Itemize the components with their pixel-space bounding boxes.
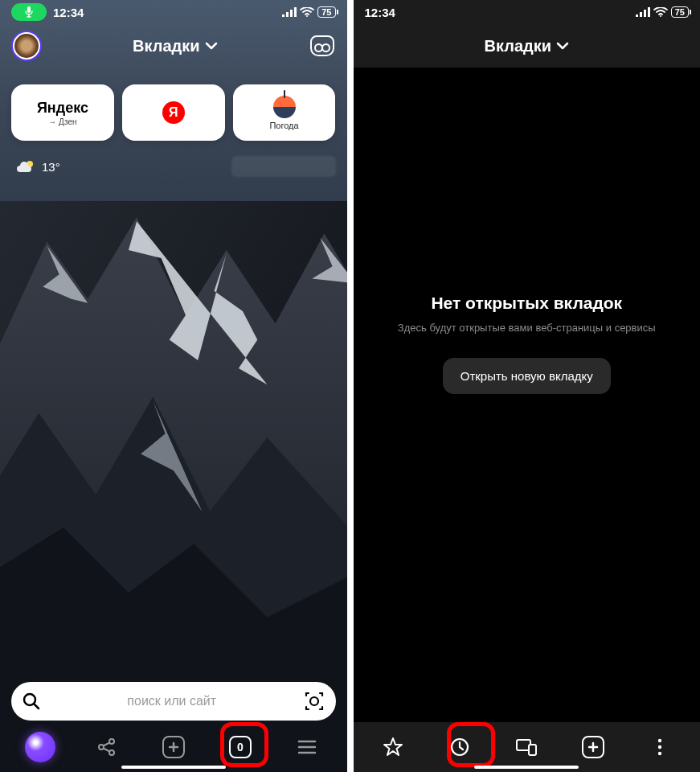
status-time: 12:34	[365, 6, 395, 19]
menu-icon	[297, 740, 317, 754]
search-icon	[23, 692, 40, 710]
svg-point-12	[109, 739, 114, 744]
svg-line-9	[35, 704, 39, 709]
svg-rect-4	[290, 10, 293, 17]
svg-rect-3	[286, 12, 289, 17]
avatar[interactable]	[13, 32, 40, 60]
camera-icon[interactable]	[304, 691, 325, 712]
weather-widget[interactable]: 13°	[16, 159, 60, 174]
new-tab-button[interactable]	[156, 729, 191, 765]
tile-weather[interactable]: Погода	[233, 84, 336, 141]
quick-tiles: Яндекс → Дзен Я Погода	[11, 84, 336, 141]
header: Вкладки	[0, 24, 347, 68]
svg-line-15	[103, 749, 109, 752]
battery-icon: 75	[317, 6, 335, 18]
svg-point-11	[99, 745, 104, 749]
plus-square-icon	[162, 736, 185, 758]
header: Вкладки	[354, 24, 701, 68]
share-button[interactable]	[89, 729, 125, 765]
svg-point-10	[310, 697, 318, 705]
status-bar: 12:34 75	[0, 0, 347, 24]
open-new-tab-button[interactable]: Открыть новую вкладку	[443, 358, 611, 394]
svg-point-33	[658, 752, 661, 755]
status-icons: 75	[282, 6, 335, 18]
history-button[interactable]	[442, 729, 477, 765]
battery-icon: 75	[671, 6, 689, 18]
svg-rect-2	[282, 14, 285, 17]
bottom-toolbar: 0	[0, 722, 347, 772]
svg-point-6	[306, 15, 308, 17]
alice-orb-icon	[25, 732, 55, 762]
tabs-dropdown[interactable]: Вкладки	[394, 37, 661, 55]
incognito-icon[interactable]	[310, 35, 334, 56]
browser-home-screen: 12:34 75 Вкладки Яндекс → Дзен Я Погода …	[0, 0, 347, 772]
svg-rect-5	[294, 7, 297, 17]
tile-yandex-zen[interactable]: Яндекс → Дзен	[11, 84, 114, 141]
header-title-text: Вкладки	[133, 37, 200, 55]
devices-icon	[515, 737, 538, 757]
home-indicator	[474, 766, 579, 769]
svg-rect-22	[640, 12, 642, 17]
chevron-down-icon	[556, 42, 569, 50]
status-time: 12:34	[53, 6, 84, 19]
empty-title: Нет открытых вкладок	[378, 294, 677, 313]
signal-icon	[636, 7, 650, 17]
more-button[interactable]	[642, 729, 677, 765]
home-indicator	[121, 766, 226, 769]
svg-rect-1	[27, 6, 31, 13]
tab-count-badge: 0	[229, 736, 252, 758]
wifi-icon	[300, 7, 314, 17]
empty-subtitle: Здесь будут открытые вами веб-страницы и…	[378, 321, 677, 335]
alice-button[interactable]	[23, 729, 58, 765]
search-placeholder: поиск или сайт	[40, 694, 304, 708]
svg-rect-24	[648, 7, 650, 17]
tile-sublabel: → Дзен	[48, 117, 76, 126]
header-title-text: Вкладки	[484, 37, 551, 55]
empty-tabs-state: Нет открытых вкладок Здесь будут открыты…	[354, 294, 701, 394]
tabs-button[interactable]: 0	[223, 729, 258, 765]
tile-label: Яндекс	[37, 100, 88, 117]
signal-icon	[282, 7, 297, 17]
tile-yandex[interactable]: Я	[122, 84, 225, 141]
search-bar[interactable]: поиск или сайт	[11, 682, 336, 721]
status-icons: 75	[636, 6, 689, 18]
menu-button[interactable]	[289, 729, 325, 765]
svg-point-32	[658, 745, 661, 749]
svg-rect-28	[529, 745, 536, 755]
weather-temp: 13°	[42, 160, 60, 174]
tile-sublabel: Погода	[269, 121, 298, 130]
wifi-icon	[653, 7, 668, 17]
star-icon	[383, 737, 403, 758]
svg-point-25	[660, 15, 661, 17]
blurred-content	[231, 156, 336, 177]
clock-icon	[449, 737, 470, 758]
svg-rect-21	[636, 14, 638, 17]
status-bar: 12:34 75	[354, 0, 701, 24]
plus-square-icon	[582, 736, 604, 758]
yandex-logo-icon: Я	[162, 101, 185, 124]
bottom-toolbar	[354, 722, 701, 772]
svg-point-31	[658, 739, 661, 742]
mic-active-pill[interactable]	[11, 3, 47, 21]
umbrella-icon	[273, 96, 296, 118]
bookmarks-button[interactable]	[375, 729, 411, 765]
share-icon	[96, 737, 117, 758]
more-vertical-icon	[657, 738, 662, 756]
chevron-down-icon	[205, 42, 218, 50]
svg-rect-23	[644, 10, 646, 17]
tabs-dropdown[interactable]: Вкладки	[40, 37, 310, 55]
devices-button[interactable]	[509, 729, 544, 765]
browser-tabs-empty-screen: 12:34 75 Вкладки Нет открытых вкладок Зд…	[354, 0, 701, 772]
new-tab-button[interactable]	[575, 729, 611, 765]
svg-point-13	[109, 750, 114, 755]
cloud-sun-icon	[16, 159, 35, 174]
svg-line-14	[103, 743, 109, 746]
